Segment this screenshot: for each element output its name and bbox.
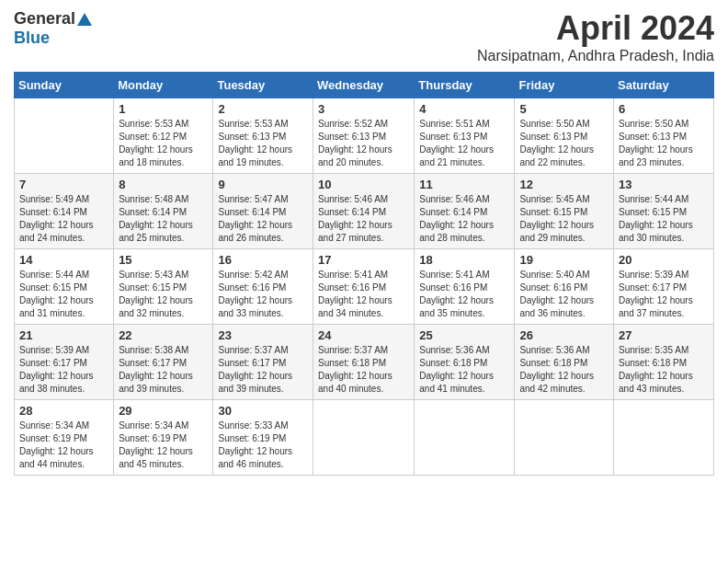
calendar-cell: 6Sunrise: 5:50 AM Sunset: 6:13 PM Daylig… bbox=[614, 98, 714, 174]
day-info: Sunrise: 5:40 AM Sunset: 6:16 PM Dayligh… bbox=[519, 269, 609, 320]
day-info: Sunrise: 5:50 AM Sunset: 6:13 PM Dayligh… bbox=[519, 118, 609, 169]
day-number: 1 bbox=[119, 102, 208, 116]
col-thursday: Thursday bbox=[415, 73, 515, 98]
day-number: 21 bbox=[19, 328, 108, 342]
calendar-table: Sunday Monday Tuesday Wednesday Thursday… bbox=[14, 72, 714, 476]
day-info: Sunrise: 5:45 AM Sunset: 6:15 PM Dayligh… bbox=[519, 193, 609, 245]
day-number: 3 bbox=[318, 102, 409, 116]
day-info: Sunrise: 5:50 AM Sunset: 6:13 PM Dayligh… bbox=[619, 118, 709, 169]
calendar-cell bbox=[614, 400, 714, 476]
day-info: Sunrise: 5:44 AM Sunset: 6:15 PM Dayligh… bbox=[19, 269, 108, 320]
day-info: Sunrise: 5:44 AM Sunset: 6:15 PM Dayligh… bbox=[619, 193, 709, 245]
day-number: 20 bbox=[619, 253, 709, 267]
calendar-cell: 10Sunrise: 5:46 AM Sunset: 6:14 PM Dayli… bbox=[313, 174, 415, 249]
calendar-cell: 3Sunrise: 5:52 AM Sunset: 6:13 PM Daylig… bbox=[313, 98, 415, 174]
calendar-cell: 12Sunrise: 5:45 AM Sunset: 6:15 PM Dayli… bbox=[515, 174, 614, 249]
day-number: 12 bbox=[519, 178, 609, 191]
day-info: Sunrise: 5:39 AM Sunset: 6:17 PM Dayligh… bbox=[619, 269, 709, 320]
calendar-header-row: Sunday Monday Tuesday Wednesday Thursday… bbox=[15, 73, 714, 98]
calendar-title: April 2024 bbox=[477, 9, 714, 48]
day-number: 6 bbox=[619, 102, 709, 116]
calendar-cell: 4Sunrise: 5:51 AM Sunset: 6:13 PM Daylig… bbox=[415, 98, 515, 174]
calendar-cell: 29Sunrise: 5:34 AM Sunset: 6:19 PM Dayli… bbox=[114, 400, 213, 476]
calendar-week-2: 7Sunrise: 5:49 AM Sunset: 6:14 PM Daylig… bbox=[15, 174, 714, 249]
day-info: Sunrise: 5:43 AM Sunset: 6:15 PM Dayligh… bbox=[119, 269, 208, 320]
day-number: 15 bbox=[119, 253, 208, 267]
calendar-cell: 2Sunrise: 5:53 AM Sunset: 6:13 PM Daylig… bbox=[213, 98, 313, 174]
day-info: Sunrise: 5:46 AM Sunset: 6:14 PM Dayligh… bbox=[318, 193, 409, 245]
calendar-week-1: 1Sunrise: 5:53 AM Sunset: 6:12 PM Daylig… bbox=[15, 98, 714, 174]
svg-marker-0 bbox=[77, 13, 92, 26]
page-container: General Blue April 2024 Narsipatnam, And… bbox=[14, 9, 714, 476]
day-number: 28 bbox=[19, 404, 108, 418]
day-info: Sunrise: 5:48 AM Sunset: 6:14 PM Dayligh… bbox=[119, 193, 208, 245]
day-info: Sunrise: 5:46 AM Sunset: 6:14 PM Dayligh… bbox=[419, 193, 509, 245]
col-sunday: Sunday bbox=[15, 73, 114, 98]
day-info: Sunrise: 5:37 AM Sunset: 6:17 PM Dayligh… bbox=[218, 344, 308, 396]
calendar-cell: 28Sunrise: 5:34 AM Sunset: 6:19 PM Dayli… bbox=[15, 400, 114, 476]
calendar-cell: 9Sunrise: 5:47 AM Sunset: 6:14 PM Daylig… bbox=[213, 174, 313, 249]
day-info: Sunrise: 5:39 AM Sunset: 6:17 PM Dayligh… bbox=[19, 344, 108, 396]
day-number: 30 bbox=[218, 404, 308, 418]
col-saturday: Saturday bbox=[614, 73, 714, 98]
day-info: Sunrise: 5:51 AM Sunset: 6:13 PM Dayligh… bbox=[419, 118, 509, 169]
logo: General Blue bbox=[14, 9, 93, 48]
calendar-cell: 17Sunrise: 5:41 AM Sunset: 6:16 PM Dayli… bbox=[313, 249, 415, 325]
day-info: Sunrise: 5:41 AM Sunset: 6:16 PM Dayligh… bbox=[419, 269, 509, 320]
logo-icon bbox=[76, 11, 93, 28]
day-info: Sunrise: 5:36 AM Sunset: 6:18 PM Dayligh… bbox=[519, 344, 609, 396]
day-info: Sunrise: 5:49 AM Sunset: 6:14 PM Dayligh… bbox=[19, 193, 108, 245]
calendar-cell: 20Sunrise: 5:39 AM Sunset: 6:17 PM Dayli… bbox=[614, 249, 714, 325]
day-number: 23 bbox=[218, 328, 308, 342]
calendar-cell: 15Sunrise: 5:43 AM Sunset: 6:15 PM Dayli… bbox=[114, 249, 213, 325]
day-info: Sunrise: 5:37 AM Sunset: 6:18 PM Dayligh… bbox=[318, 344, 409, 396]
calendar-cell: 13Sunrise: 5:44 AM Sunset: 6:15 PM Dayli… bbox=[614, 174, 714, 249]
calendar-week-3: 14Sunrise: 5:44 AM Sunset: 6:15 PM Dayli… bbox=[15, 249, 714, 325]
day-info: Sunrise: 5:47 AM Sunset: 6:14 PM Dayligh… bbox=[218, 193, 308, 245]
day-info: Sunrise: 5:53 AM Sunset: 6:13 PM Dayligh… bbox=[218, 118, 308, 169]
calendar-cell: 26Sunrise: 5:36 AM Sunset: 6:18 PM Dayli… bbox=[515, 325, 614, 400]
calendar-cell: 25Sunrise: 5:36 AM Sunset: 6:18 PM Dayli… bbox=[415, 325, 515, 400]
calendar-cell: 22Sunrise: 5:38 AM Sunset: 6:17 PM Dayli… bbox=[114, 325, 213, 400]
calendar-cell: 8Sunrise: 5:48 AM Sunset: 6:14 PM Daylig… bbox=[114, 174, 213, 249]
day-number: 22 bbox=[119, 328, 208, 342]
title-block: April 2024 Narsipatnam, Andhra Pradesh, … bbox=[477, 9, 714, 64]
day-number: 13 bbox=[619, 178, 709, 191]
calendar-cell: 24Sunrise: 5:37 AM Sunset: 6:18 PM Dayli… bbox=[313, 325, 415, 400]
calendar-cell: 16Sunrise: 5:42 AM Sunset: 6:16 PM Dayli… bbox=[213, 249, 313, 325]
calendar-location: Narsipatnam, Andhra Pradesh, India bbox=[477, 48, 714, 64]
logo-blue: Blue bbox=[14, 29, 50, 47]
day-number: 9 bbox=[218, 178, 308, 191]
logo-general: General bbox=[14, 9, 75, 29]
day-number: 7 bbox=[19, 178, 108, 191]
day-info: Sunrise: 5:36 AM Sunset: 6:18 PM Dayligh… bbox=[419, 344, 509, 396]
calendar-cell: 5Sunrise: 5:50 AM Sunset: 6:13 PM Daylig… bbox=[515, 98, 614, 174]
calendar-cell bbox=[515, 400, 614, 476]
day-number: 25 bbox=[419, 328, 509, 342]
day-number: 5 bbox=[519, 102, 609, 116]
day-number: 24 bbox=[318, 328, 409, 342]
day-number: 11 bbox=[419, 178, 509, 191]
calendar-cell: 30Sunrise: 5:33 AM Sunset: 6:19 PM Dayli… bbox=[213, 400, 313, 476]
col-friday: Friday bbox=[515, 73, 614, 98]
calendar-cell: 11Sunrise: 5:46 AM Sunset: 6:14 PM Dayli… bbox=[415, 174, 515, 249]
calendar-cell: 19Sunrise: 5:40 AM Sunset: 6:16 PM Dayli… bbox=[515, 249, 614, 325]
day-info: Sunrise: 5:34 AM Sunset: 6:19 PM Dayligh… bbox=[119, 419, 208, 471]
day-info: Sunrise: 5:53 AM Sunset: 6:12 PM Dayligh… bbox=[119, 118, 208, 169]
day-info: Sunrise: 5:42 AM Sunset: 6:16 PM Dayligh… bbox=[218, 269, 308, 320]
day-number: 10 bbox=[318, 178, 409, 191]
day-number: 14 bbox=[19, 253, 108, 267]
calendar-cell: 7Sunrise: 5:49 AM Sunset: 6:14 PM Daylig… bbox=[15, 174, 114, 249]
day-number: 18 bbox=[419, 253, 509, 267]
calendar-week-5: 28Sunrise: 5:34 AM Sunset: 6:19 PM Dayli… bbox=[15, 400, 714, 476]
day-number: 8 bbox=[119, 178, 208, 191]
day-number: 29 bbox=[119, 404, 208, 418]
col-wednesday: Wednesday bbox=[313, 73, 415, 98]
day-info: Sunrise: 5:41 AM Sunset: 6:16 PM Dayligh… bbox=[318, 269, 409, 320]
day-info: Sunrise: 5:33 AM Sunset: 6:19 PM Dayligh… bbox=[218, 419, 308, 471]
col-tuesday: Tuesday bbox=[213, 73, 313, 98]
day-number: 16 bbox=[218, 253, 308, 267]
calendar-cell: 21Sunrise: 5:39 AM Sunset: 6:17 PM Dayli… bbox=[15, 325, 114, 400]
day-info: Sunrise: 5:52 AM Sunset: 6:13 PM Dayligh… bbox=[318, 118, 409, 169]
day-info: Sunrise: 5:38 AM Sunset: 6:17 PM Dayligh… bbox=[119, 344, 208, 396]
